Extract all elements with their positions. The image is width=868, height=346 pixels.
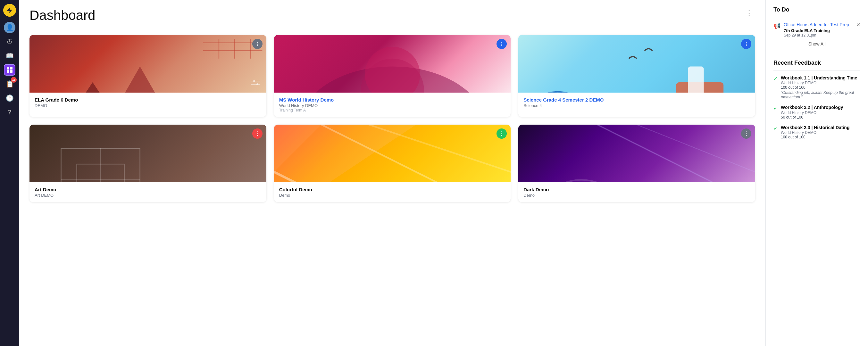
feedback-course-2: World History DEMO [781, 111, 843, 115]
grid-icon [6, 66, 13, 73]
card-subtitle-dark: Demo [523, 193, 750, 198]
calendar-icon: 🕐 [6, 94, 14, 102]
feedback-score-1: 100 out of 100 [781, 85, 860, 90]
feedback-title-3: Workbook 2.3 | Historical Dating [781, 125, 849, 130]
card-colorful-demo[interactable]: ⋮ Colorful Demo Demo [274, 125, 511, 202]
card-title-history[interactable]: MS World History Demo [279, 97, 506, 102]
sidebar-item-dashboard[interactable] [4, 64, 16, 75]
clock-icon: ⏱ [6, 38, 13, 45]
divider-todo [773, 17, 860, 17]
card-menu-button-science[interactable]: ⋮ [741, 39, 751, 49]
svg-point-14 [253, 80, 255, 82]
sidebar-item-recent[interactable]: ⏱ [4, 36, 16, 48]
card-menu-button-dark[interactable]: ⋮ [741, 128, 751, 139]
svg-line-44 [597, 125, 755, 182]
show-all-button[interactable]: Show All [773, 41, 860, 46]
help-icon: ? [8, 108, 11, 116]
card-subtitle-art: Art DEMO [35, 193, 261, 198]
card-image-art: ⋮ [30, 125, 266, 182]
card-science-grade-4[interactable]: ⋮ Science Grade 4 Semester 2 DEMO Scienc… [518, 35, 755, 117]
svg-rect-23 [688, 66, 704, 93]
science-illustration [518, 35, 755, 93]
todo-detail: 7th Grade ELA Training [784, 28, 854, 33]
sidebar-item-help[interactable]: ? [4, 106, 16, 118]
sidebar-item-calendar[interactable]: 🕐 [4, 92, 16, 104]
header-menu-button[interactable]: ⋮ [743, 8, 755, 19]
art-illustration [30, 125, 266, 182]
card-subtitle-history: World History DEMO [279, 103, 506, 108]
card-title-dark: Dark Demo [523, 187, 750, 192]
card-ela-grade-6[interactable]: ⋮ ELA Grade 6 Demo DEMO [30, 35, 266, 117]
main-header: Dashboard ⋮ [19, 0, 766, 27]
recent-feedback-title: Recent Feedback [773, 60, 860, 66]
todo-title: To Do [773, 6, 860, 13]
sidebar-item-book[interactable]: 📖 [4, 50, 16, 62]
card-dark-demo[interactable]: l·w h ⋮ Dark Demo Demo [518, 125, 755, 202]
card-image-dark: l·w h ⋮ [518, 125, 755, 182]
sidebar: 👤 ⏱ 📖 📋 13 🕐 ? [0, 0, 19, 346]
divider-feedback [773, 70, 860, 70]
ela-illustration [30, 35, 266, 93]
card-body-dark: Dark Demo Demo [518, 182, 755, 202]
svg-rect-1 [7, 67, 9, 69]
app-logo[interactable] [3, 4, 16, 17]
feedback-score-2: 50 out of 100 [781, 115, 843, 120]
card-title-ela: ELA Grade 6 Demo [35, 97, 261, 102]
check-icon-1: ✓ [773, 75, 778, 82]
announcement-icon: 📢 [773, 23, 780, 29]
assignments-badge: 13 [11, 77, 17, 83]
right-panel: To Do 📢 Office Hours Added for Test Prep… [766, 0, 868, 346]
card-title-colorful: Colorful Demo [279, 187, 506, 192]
card-body-colorful: Colorful Demo Demo [274, 182, 511, 202]
svg-point-19 [365, 47, 420, 93]
card-title-science[interactable]: Science Grade 4 Semester 2 DEMO [523, 97, 750, 102]
feedback-title-1: Workbook 1.1 | Understanding Time [781, 75, 860, 81]
card-image-ela: ⋮ [30, 35, 266, 93]
main-area: Dashboard ⋮ [19, 0, 766, 346]
todo-content: Office Hours Added for Test Prep 7th Gra… [784, 22, 860, 37]
svg-rect-4 [10, 70, 12, 73]
feedback-content-1: Workbook 1.1 | Understanding Time World … [781, 75, 860, 99]
todo-link[interactable]: Office Hours Added for Test Prep [784, 22, 854, 28]
card-body-history: MS World History Demo World History DEMO… [274, 93, 511, 117]
feedback-score-3: 100 out of 100 [781, 135, 849, 139]
todo-close-button[interactable]: ✕ [856, 22, 860, 28]
todo-item: 📢 Office Hours Added for Test Prep 7th G… [773, 22, 860, 37]
colorful-illustration [274, 125, 511, 182]
avatar[interactable]: 👤 [4, 22, 16, 33]
card-subtitle-science: Science 4 [523, 103, 750, 108]
todo-section: To Do 📢 Office Hours Added for Test Prep… [766, 0, 868, 53]
card-body-science: Science Grade 4 Semester 2 DEMO Science … [518, 93, 755, 113]
svg-line-45 [637, 125, 755, 172]
history-illustration [274, 35, 511, 93]
todo-date: Sep 29 at 12:01pm [784, 33, 854, 37]
card-subtitle-colorful: Demo [279, 193, 506, 198]
svg-point-40 [534, 180, 629, 182]
card-body-art: Art Demo Art DEMO [30, 182, 266, 202]
cards-grid: ⋮ ELA Grade 6 Demo DEMO ⋮ [30, 35, 755, 202]
main-content: ⋮ ELA Grade 6 Demo DEMO ⋮ [19, 27, 766, 346]
feedback-item-2[interactable]: ✓ Workbook 2.2 | Anthropology World Hist… [773, 104, 860, 119]
feedback-quote-1: "Outstanding job, Julian! Keep up the gr… [781, 90, 860, 99]
feedback-item-1[interactable]: ✓ Workbook 1.1 | Understanding Time Worl… [773, 75, 860, 99]
dark-illustration: l·w h [518, 125, 755, 182]
feedback-item-3[interactable]: ✓ Workbook 2.3 | Historical Dating World… [773, 125, 860, 139]
svg-rect-2 [10, 67, 12, 69]
card-menu-button-ela[interactable]: ⋮ [252, 39, 262, 49]
card-title-art: Art Demo [35, 187, 261, 192]
card-term-history: Training Term A [279, 108, 506, 113]
card-body-ela: ELA Grade 6 Demo DEMO [30, 93, 266, 113]
book-icon: 📖 [6, 52, 14, 60]
feedback-course-1: World History DEMO [781, 81, 860, 85]
svg-marker-0 [7, 7, 12, 13]
card-subtitle-ela: DEMO [35, 103, 261, 108]
card-image-science: ⋮ [518, 35, 755, 93]
svg-rect-3 [7, 70, 9, 73]
sidebar-item-assignments[interactable]: 📋 13 [4, 78, 16, 90]
sliders-icon [251, 80, 260, 88]
feedback-content-3: Workbook 2.3 | Historical Dating World H… [781, 125, 849, 139]
card-ms-world-history[interactable]: ⋮ MS World History Demo World History DE… [274, 35, 511, 117]
card-menu-button-art[interactable]: ⋮ [252, 128, 262, 139]
check-icon-3: ✓ [773, 125, 778, 131]
card-art-demo[interactable]: ⋮ Art Demo Art DEMO [30, 125, 266, 202]
